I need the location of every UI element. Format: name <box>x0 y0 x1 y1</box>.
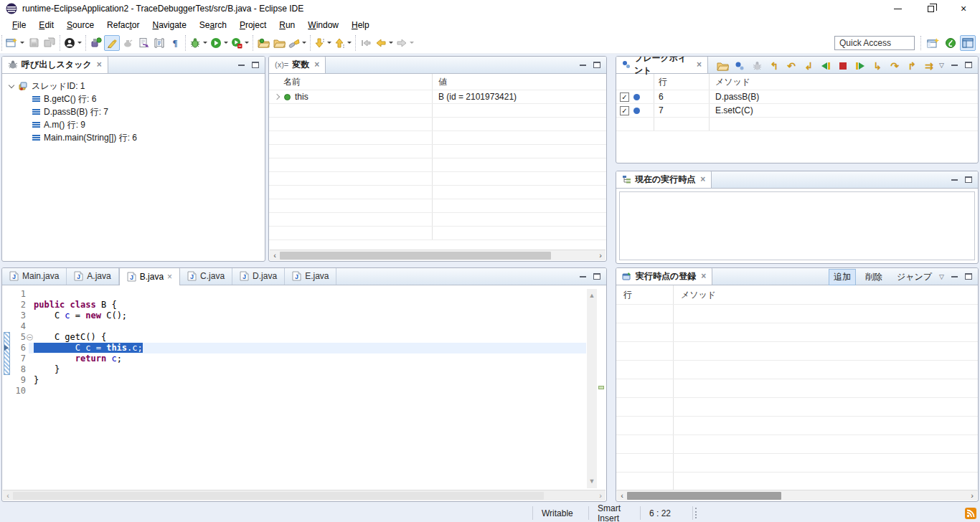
skip-breakpoints-button[interactable] <box>732 59 747 73</box>
profile-button[interactable] <box>62 35 83 51</box>
column-header-name[interactable]: 名前 <box>269 76 432 88</box>
annotation-ruler[interactable] <box>3 321 12 332</box>
menu-source[interactable]: Source <box>60 19 100 32</box>
editor-tab-b-java[interactable]: JB.java× <box>119 267 180 285</box>
compare-page-button[interactable] <box>136 35 151 51</box>
breakpoint-row[interactable]: ✓7E.setC(C) <box>616 104 978 118</box>
action-button[interactable]: ジャンプ <box>892 270 936 285</box>
annotation-ruler[interactable] <box>3 375 12 386</box>
forward-button[interactable] <box>395 35 415 51</box>
scroll-left-icon[interactable]: ‹ <box>270 251 280 260</box>
view-menu-icon[interactable]: ▽ <box>939 273 944 280</box>
step-return-button[interactable]: ↱ <box>905 59 919 73</box>
dropdown-arrow-icon[interactable] <box>203 42 207 44</box>
action-button[interactable]: 削除 <box>861 270 887 285</box>
trace-debug-perspective-button[interactable] <box>960 35 976 51</box>
open-perspective-button[interactable] <box>925 35 941 51</box>
step-back-over-button[interactable]: ↶ <box>784 59 798 73</box>
code-line[interactable]: 8 } <box>3 364 586 375</box>
overview-ruler[interactable] <box>597 286 606 490</box>
step-back-into-button[interactable]: ↰ <box>767 59 781 73</box>
minimize-view-icon[interactable] <box>238 65 245 66</box>
maximize-view-icon[interactable] <box>965 176 972 183</box>
menu-navigate[interactable]: Navigate <box>146 19 192 32</box>
save-all-button[interactable] <box>42 35 57 51</box>
dropdown-arrow-icon[interactable] <box>302 42 306 44</box>
step-back-return-button[interactable]: ↲ <box>801 59 816 73</box>
horizontal-scrollbar[interactable]: ‹ › <box>3 490 606 500</box>
close-view-icon[interactable]: × <box>701 271 706 281</box>
run-to-line-button[interactable]: ⇉ <box>922 59 936 73</box>
open-resource-button[interactable] <box>271 35 287 51</box>
stack-frame[interactable]: A.m() 行: 9 <box>2 118 265 131</box>
fold-collapse-icon[interactable]: − <box>27 334 33 341</box>
code-line[interactable]: 1 <box>3 289 586 300</box>
breakpoint-row[interactable]: ✓6D.passB(B) <box>616 90 978 104</box>
stack-frame[interactable]: Main.main(String[]) 行: 6 <box>2 131 265 144</box>
code-line[interactable]: 9} <box>3 375 586 386</box>
breakpoint-checkbox[interactable]: ✓ <box>620 106 629 115</box>
editor-tab-c-java[interactable]: JC.java <box>180 267 232 285</box>
horizontal-scrollbar[interactable]: ‹ › <box>270 250 606 260</box>
stack-frame[interactable]: B.getC() 行: 6 <box>2 92 265 105</box>
dropdown-arrow-icon[interactable] <box>245 42 249 44</box>
tab-registered-points[interactable]: 実行時点の登録 × <box>616 267 712 285</box>
highlight-button[interactable] <box>104 35 120 51</box>
dropdown-arrow-icon[interactable] <box>347 42 352 44</box>
editor-tab-a-java[interactable]: JA.java <box>67 267 118 285</box>
close-view-icon[interactable]: × <box>314 60 319 70</box>
annotation-ruler[interactable] <box>3 300 12 310</box>
outline-page-button[interactable] <box>151 35 167 51</box>
step-into-button[interactable]: ↳ <box>870 59 885 73</box>
view-menu-icon[interactable]: ▽ <box>939 62 944 69</box>
resume-backward-button[interactable] <box>819 59 833 73</box>
dropdown-arrow-icon[interactable] <box>327 42 331 44</box>
new-wizard-button[interactable] <box>4 35 26 51</box>
minimize-button[interactable] <box>881 0 914 17</box>
close-view-icon[interactable]: × <box>700 174 705 184</box>
code-line[interactable]: 2public class B { <box>3 300 586 310</box>
expand-icon[interactable] <box>274 94 280 100</box>
feed-icon[interactable] <box>965 508 976 519</box>
close-tab-icon[interactable]: × <box>167 272 172 282</box>
restore-button[interactable] <box>914 0 947 17</box>
horizontal-scrollbar[interactable]: ‹ › <box>617 490 977 500</box>
terminate-button[interactable] <box>836 59 850 73</box>
scroll-left-icon[interactable]: ‹ <box>617 491 627 500</box>
code-line[interactable]: 4 <box>3 321 586 332</box>
stack-frame[interactable]: D.passB(B) 行: 7 <box>2 105 265 118</box>
resume-button[interactable] <box>853 59 867 73</box>
maximize-view-icon[interactable] <box>593 62 600 68</box>
close-button[interactable]: × <box>947 0 980 17</box>
menu-refactor[interactable]: Refactor <box>100 19 146 32</box>
search-button[interactable] <box>287 35 308 51</box>
maximize-view-icon[interactable] <box>965 62 972 68</box>
minimize-view-icon[interactable] <box>580 65 586 66</box>
menu-window[interactable]: Window <box>301 19 345 32</box>
code-line[interactable]: 10 <box>3 386 586 397</box>
tab-current-point[interactable]: 現在の実行時点 × <box>616 171 712 188</box>
code-editor[interactable]: 12public class B {3 C c = new C();45− C … <box>3 286 606 490</box>
open-folder-button[interactable] <box>715 59 730 73</box>
java-perspective-button[interactable] <box>943 35 958 51</box>
scrollbar-thumb[interactable] <box>627 492 781 500</box>
scroll-right-icon[interactable]: › <box>595 491 606 500</box>
menu-search[interactable]: Search <box>193 19 233 32</box>
code-line[interactable]: 6 C c = this.c; <box>3 343 586 353</box>
dropdown-arrow-icon[interactable] <box>77 42 82 44</box>
open-type-button[interactable] <box>255 35 271 51</box>
dropdown-arrow-icon[interactable] <box>20 42 24 44</box>
trace-marker-button[interactable] <box>88 35 104 51</box>
close-view-icon[interactable]: × <box>697 60 702 70</box>
vertical-scrollbar[interactable]: ▲ ▼ <box>587 289 597 488</box>
menu-help[interactable]: Help <box>345 19 376 32</box>
menu-run[interactable]: Run <box>273 19 301 32</box>
column-header-value[interactable]: 値 <box>433 76 606 88</box>
scrollbar-thumb[interactable] <box>13 492 544 500</box>
editor-tab-e-java[interactable]: JE.java <box>285 267 336 285</box>
scroll-down-icon[interactable]: ▼ <box>589 476 595 487</box>
action-add[interactable]: 追加 <box>829 270 855 285</box>
annotation-ruler[interactable] <box>3 310 12 321</box>
scroll-right-icon[interactable]: › <box>967 491 977 500</box>
menu-project[interactable]: Project <box>233 19 273 32</box>
